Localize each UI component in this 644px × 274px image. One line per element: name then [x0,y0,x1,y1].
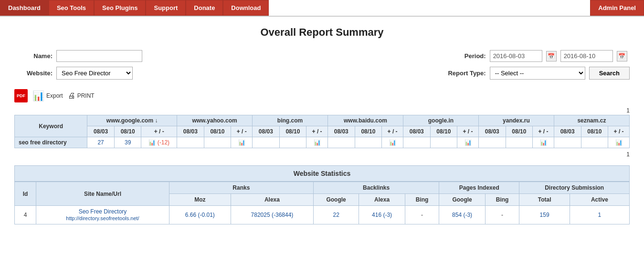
stats-active-header: Active [570,194,629,206]
nav-seo-tools[interactable]: Seo Tools [49,0,94,16]
bing-d2: 08/10 [279,126,306,137]
chart-icon-baidu: 📊 [389,139,396,146]
stats-bing-pi-header: Bing [485,194,519,206]
stats-bing-bl-val: - [405,206,439,224]
calendar-end-icon[interactable]: 📅 [617,51,627,61]
gin-diff-val: 📊 [457,137,479,148]
google-in-header: google.in [403,115,478,126]
stats-site-header: Site Name/Url [36,182,169,206]
admin-panel-button[interactable]: Admin Panel [590,0,644,16]
yandex-diff-val: 📊 [533,137,554,148]
yahoo-d1: 08/03 [177,126,204,137]
export-label: Export [46,92,63,99]
name-label: Name: [14,52,53,60]
gin-d2-val [430,137,457,148]
chart-icon-yandex: 📊 [540,139,547,146]
chart-icon-gin: 📊 [465,139,472,146]
nav-donate[interactable]: Donate [186,0,223,16]
seznam-diff-val: 📊 [608,137,630,148]
stats-title: Website Statistics [14,165,630,182]
site-name-link[interactable]: Seo Free Directory [79,208,127,215]
name-input[interactable] [56,50,142,62]
calendar-start-icon[interactable]: 📅 [546,51,557,61]
seznam-d2-val [581,137,608,148]
yahoo-header: www.yahoo.com [177,115,253,126]
keyword-header: Keyword [15,115,87,137]
site-url-link[interactable]: http://directory.seofreetools.net/ [66,215,139,221]
stats-alexa-val: 782025 (-36844) [231,206,314,224]
yandex-d2: 08/10 [506,126,533,137]
seznam-diff: + / - [608,126,630,137]
stats-section: Website Statistics Id Site Name/Url Rank… [14,165,630,224]
baidu-diff-val: 📊 [382,137,403,148]
yandex-header: yandex.ru [478,115,554,126]
period-end-input[interactable] [560,50,613,62]
google-header: www.google.com ↓ [87,115,177,126]
record-count-top: 1 [14,107,630,114]
table-row: seo free directory 27 39 📊 (-12) 📊 📊 📊 [15,137,630,148]
website-select[interactable]: Seo Free Director [56,67,133,80]
chart-icon: 📊 [148,139,156,146]
stats-row: 4 Seo Free Directory http://directory.se… [15,206,630,224]
google-d1-val: 27 [87,137,115,148]
period-row: Period: 📅 📅 [448,50,630,62]
google-pi-link[interactable]: 854 (-3) [452,212,472,218]
bing-diff-val: 📊 [306,137,328,148]
stats-id-header: Id [15,182,36,206]
google-d1: 08/03 [87,126,115,137]
form-right: Period: 📅 📅 Report Type: -- Select -- Se… [448,50,630,80]
alexa-link[interactable]: 782025 (-36844) [251,212,294,218]
print-label: PRINT [77,92,95,99]
gin-d1-val [403,137,430,148]
active-link[interactable]: 1 [598,212,602,218]
export-bar: PDF 📊 Export 🖨 PRINT [14,87,630,104]
google-d2-link[interactable]: 39 [125,139,131,146]
form-left: Name: Website: Seo Free Director [14,50,142,80]
page-title: Overall Report Summary [14,26,630,39]
keyword-cell: seo free directory [15,137,87,148]
baidu-header: www.baidu.com [327,115,403,126]
stats-dir-header: Directory Submission [519,182,630,194]
stats-google-pi-val: 854 (-3) [439,206,486,224]
chart-icon-seznam: 📊 [615,139,623,146]
stats-google-bl-val: 22 [313,206,359,224]
stats-id-val: 4 [15,206,36,224]
yandex-diff: + / - [533,126,554,137]
google-d1-link[interactable]: 27 [97,139,104,146]
export-button[interactable]: 📊 Export [32,90,63,101]
google-bl-link[interactable]: 22 [333,212,339,218]
stats-alexa-bl-val: 416 (-3) [359,206,405,224]
search-button[interactable]: Search [589,67,630,80]
seznam-d2: 08/10 [581,126,608,137]
stats-alexa-header: Alexa [231,194,314,206]
nav-dashboard[interactable]: Dashboard [0,0,49,16]
pdf-export-button[interactable]: PDF [14,89,28,102]
top-navigation: Dashboard Seo Tools Seo Plugins Support … [0,0,644,17]
report-type-select[interactable]: -- Select -- [490,67,585,80]
print-button[interactable]: 🖨 PRINT [68,91,95,100]
alexa-bl-link[interactable]: 416 (-3) [372,212,392,218]
period-start-input[interactable] [490,50,542,62]
stats-backlinks-header: Backlinks [313,182,439,194]
baidu-d1-val [327,137,355,148]
google-diff: + / - [141,126,177,137]
gin-diff: + / - [457,126,479,137]
report-type-label: Report Type: [448,70,486,77]
period-label: Period: [448,52,486,60]
stats-google-bl-header: Google [313,194,359,206]
yandex-d2-val [506,137,533,148]
nav-support[interactable]: Support [146,0,186,16]
stats-alexa-bl-header: Alexa [359,194,405,206]
moz-link[interactable]: 6.66 (-0.01) [185,212,215,218]
seznam-header: seznam.cz [554,115,629,126]
stats-total-val: 159 [519,206,570,224]
nav-download[interactable]: Download [223,0,269,16]
baidu-d2-val [355,137,382,148]
stats-site-val: Seo Free Directory http://directory.seof… [36,206,169,224]
nav-seo-plugins[interactable]: Seo Plugins [94,0,146,16]
yahoo-d2: 08/10 [204,126,231,137]
stats-pages-header: Pages Indexed [439,182,519,194]
yahoo-diff: + / - [231,126,253,137]
total-link[interactable]: 159 [540,212,549,218]
gin-d2: 08/10 [430,126,457,137]
